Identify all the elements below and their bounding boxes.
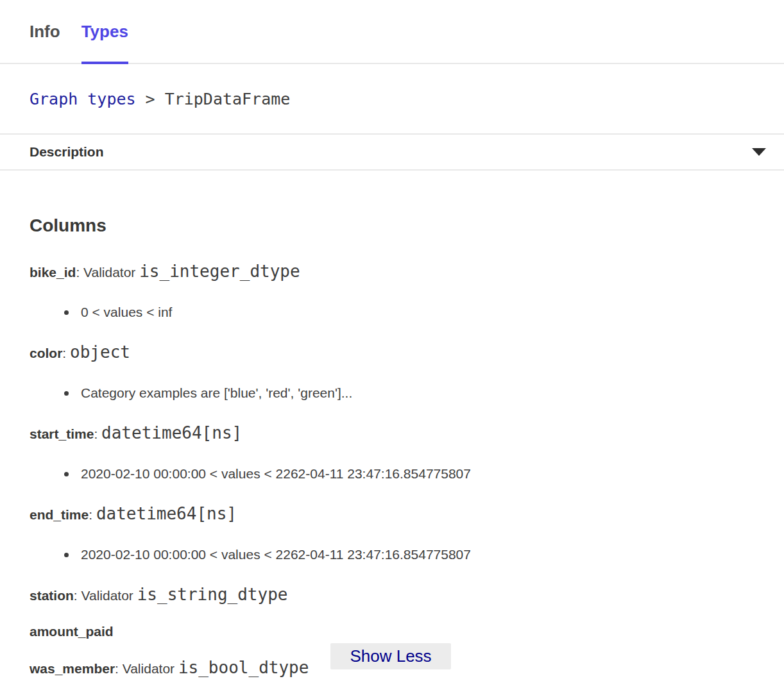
column-constraint-list: 2020-02-10 00:00:00 < values < 2262-04-1…: [30, 466, 754, 482]
column-constraint: 0 < values < inf: [30, 304, 754, 321]
column-constraint-list: 0 < values < inf: [30, 304, 754, 321]
bullet-icon: [64, 553, 69, 557]
column-constraint: 2020-02-10 00:00:00 < values < 2262-04-1…: [30, 546, 754, 563]
tab-bar: Info Types: [0, 0, 784, 64]
bullet-icon: [64, 391, 69, 396]
bullet-icon: [64, 472, 69, 476]
breadcrumb-link-graph-types[interactable]: Graph types: [30, 90, 136, 108]
columns-heading: Columns: [30, 216, 754, 235]
show-less-button[interactable]: Show Less: [330, 643, 451, 669]
column-dtype: datetime64[ns]: [101, 423, 242, 442]
breadcrumb-separator: >: [146, 90, 155, 108]
column-constraint-list: Category examples are ['blue', 'red', 'g…: [30, 385, 754, 401]
types-panel: Info Types Graph types > TripDataFrame D…: [0, 0, 784, 681]
description-label: Description: [30, 144, 104, 160]
tab-info[interactable]: Info: [30, 22, 60, 63]
description-accordion[interactable]: Description: [0, 135, 784, 171]
constraint-text: 0 < values < inf: [81, 304, 172, 321]
column-name: bike_id: [30, 265, 76, 280]
column-definition: color: object: [30, 344, 754, 362]
column-name: start_time: [30, 426, 94, 441]
column-constraint-list: 2020-02-10 00:00:00 < values < 2262-04-1…: [30, 546, 754, 563]
column-validator-prefix: :: [94, 426, 101, 441]
constraint-text: Category examples are ['blue', 'red', 'g…: [81, 385, 352, 401]
column-validator-prefix: : Validator: [76, 265, 139, 280]
column-name: station: [30, 588, 74, 603]
column-definition: station: Validator is_string_dtype: [30, 586, 754, 604]
column-dtype: is_integer_dtype: [139, 262, 300, 281]
column-validator-prefix: : Validator: [115, 661, 178, 676]
chevron-down-icon[interactable]: [752, 148, 766, 156]
column-name: end_time: [30, 507, 89, 522]
column-dtype: is_string_dtype: [137, 585, 288, 604]
column-validator-prefix: :: [89, 507, 96, 522]
column-definition: amount_paid: [30, 623, 754, 640]
tab-types[interactable]: Types: [81, 22, 128, 63]
column-name: was_member: [30, 661, 115, 676]
columns-section: Columns bike_id: Validator is_integer_dt…: [0, 216, 784, 677]
column-definition: bike_id: Validator is_integer_dtype: [30, 263, 754, 281]
column-dtype: datetime64[ns]: [96, 504, 237, 523]
breadcrumb: Graph types > TripDataFrame: [0, 64, 784, 135]
column-name: color: [30, 346, 62, 360]
column-definition: end_time: datetime64[ns]: [30, 505, 754, 523]
column-constraint: Category examples are ['blue', 'red', 'g…: [30, 385, 754, 401]
column-constraint: 2020-02-10 00:00:00 < values < 2262-04-1…: [30, 466, 754, 482]
column-definition: start_time: datetime64[ns]: [30, 425, 754, 442]
breadcrumb-current: TripDataFrame: [165, 90, 291, 108]
bullet-icon: [64, 310, 69, 315]
column-dtype: is_bool_dtype: [178, 658, 309, 677]
column-name: amount_paid: [30, 624, 114, 639]
column-validator-prefix: : Validator: [74, 588, 137, 603]
column-dtype: object: [70, 342, 130, 362]
columns-list: bike_id: Validator is_integer_dtype0 < v…: [30, 263, 754, 677]
column-validator-prefix: :: [62, 346, 70, 360]
constraint-text: 2020-02-10 00:00:00 < values < 2262-04-1…: [81, 546, 471, 563]
constraint-text: 2020-02-10 00:00:00 < values < 2262-04-1…: [81, 466, 471, 482]
